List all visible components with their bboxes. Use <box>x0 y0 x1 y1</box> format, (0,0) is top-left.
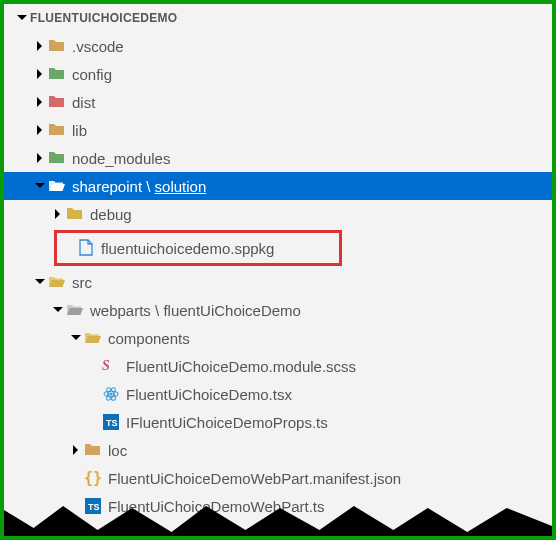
chevron-down-icon <box>32 178 48 194</box>
tree-item-props-ts[interactable]: IFluentUiChoiceDemoProps.ts <box>4 408 552 436</box>
path-segment-active: fluentUiChoiceDemo <box>163 302 301 319</box>
file-tree: .vscode config dist lib node_modules <box>4 32 552 520</box>
explorer-header[interactable]: FLUENTUICHOICEDEMO <box>4 4 552 32</box>
tree-label: FluentUiChoiceDemoWebPart.ts <box>108 498 324 515</box>
tree-label: config <box>72 66 112 83</box>
scss-icon <box>102 357 120 375</box>
tree-item-sharepoint-solution[interactable]: sharepoint \ solution <box>4 172 552 200</box>
chevron-down-icon <box>50 302 66 318</box>
tree-item-loc[interactable]: loc <box>4 436 552 464</box>
folder-icon <box>48 121 66 139</box>
tree-label: FluentUiChoiceDemo.tsx <box>126 386 292 403</box>
project-title: FLUENTUICHOICEDEMO <box>30 11 177 25</box>
chevron-right-icon <box>32 94 48 110</box>
typescript-icon <box>84 497 102 515</box>
chevron-right-icon <box>32 150 48 166</box>
tree-label: FluentUiChoiceDemo.module.scss <box>126 358 356 375</box>
folder-icon <box>48 149 66 167</box>
tree-item-webpart-ts[interactable]: FluentUiChoiceDemoWebPart.ts <box>4 492 552 520</box>
chevron-down-icon <box>68 330 84 346</box>
chevron-right-icon <box>68 442 84 458</box>
tree-label: components <box>108 330 190 347</box>
chevron-right-icon <box>32 122 48 138</box>
tree-label: debug <box>90 206 132 223</box>
folder-open-icon <box>66 301 84 319</box>
chevron-right-icon <box>32 38 48 54</box>
tree-item-node-modules[interactable]: node_modules <box>4 144 552 172</box>
folder-open-icon <box>84 329 102 347</box>
tree-item-config[interactable]: config <box>4 60 552 88</box>
folder-icon <box>84 441 102 459</box>
tree-label: node_modules <box>72 150 170 167</box>
tree-label: FluentUiChoiceDemoWebPart.manifest.json <box>108 470 401 487</box>
path-segment: sharepoint \ <box>72 178 155 195</box>
tree-label: sharepoint \ solution <box>72 178 206 195</box>
tree-item-scss[interactable]: FluentUiChoiceDemo.module.scss <box>4 352 552 380</box>
tree-item-src[interactable]: src <box>4 268 552 296</box>
tree-item-vscode[interactable]: .vscode <box>4 32 552 60</box>
json-icon <box>84 469 102 487</box>
folder-open-icon <box>48 177 66 195</box>
chevron-right-icon <box>32 66 48 82</box>
tree-label: .vscode <box>72 38 124 55</box>
chevron-down-icon <box>32 274 48 290</box>
file-icon <box>77 239 95 257</box>
tree-label: dist <box>72 94 95 111</box>
tree-item-lib[interactable]: lib <box>4 116 552 144</box>
folder-icon <box>48 93 66 111</box>
tree-item-dist[interactable]: dist <box>4 88 552 116</box>
folder-icon <box>66 205 84 223</box>
react-icon <box>102 385 120 403</box>
tree-item-debug[interactable]: debug <box>4 200 552 228</box>
tree-item-sppkg[interactable]: fluentuichoicedemo.sppkg <box>57 233 339 263</box>
chevron-down-icon <box>14 10 30 26</box>
path-segment: webparts \ <box>90 302 163 319</box>
typescript-icon <box>102 413 120 431</box>
path-segment-active: solution <box>155 178 207 195</box>
tree-item-components[interactable]: components <box>4 324 552 352</box>
tree-item-webparts[interactable]: webparts \ fluentUiChoiceDemo <box>4 296 552 324</box>
chevron-right-icon <box>50 206 66 222</box>
highlight-annotation: fluentuichoicedemo.sppkg <box>54 230 342 266</box>
tree-item-tsx[interactable]: FluentUiChoiceDemo.tsx <box>4 380 552 408</box>
tree-label: loc <box>108 442 127 459</box>
tree-label: webparts \ fluentUiChoiceDemo <box>90 302 301 319</box>
tree-label: IFluentUiChoiceDemoProps.ts <box>126 414 328 431</box>
tree-label: src <box>72 274 92 291</box>
folder-icon <box>48 37 66 55</box>
tree-item-manifest-json[interactable]: FluentUiChoiceDemoWebPart.manifest.json <box>4 464 552 492</box>
tree-label: lib <box>72 122 87 139</box>
tree-label: fluentuichoicedemo.sppkg <box>101 240 274 257</box>
folder-icon <box>48 65 66 83</box>
explorer-panel: FLUENTUICHOICEDEMO .vscode config dist l… <box>0 0 556 540</box>
folder-open-icon <box>48 273 66 291</box>
